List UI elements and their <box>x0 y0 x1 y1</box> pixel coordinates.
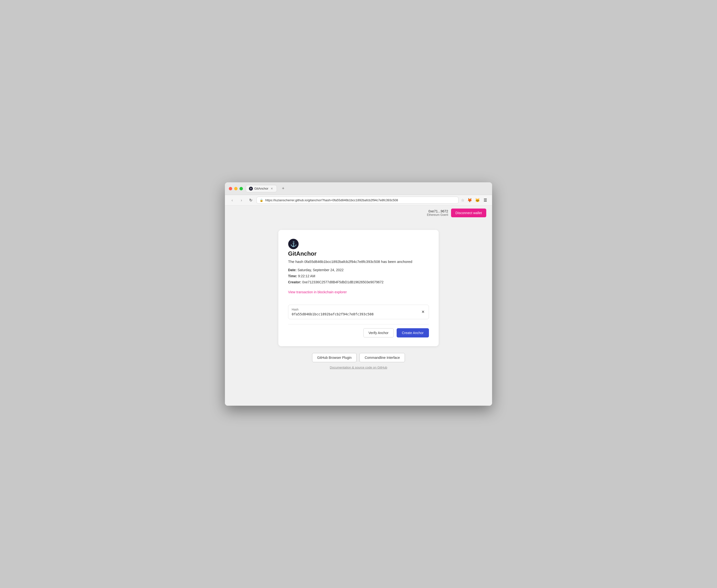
verify-anchor-button[interactable]: Verify Anchor <box>363 328 394 337</box>
browser-tab[interactable]: ⚙ GitAnchor ✕ <box>246 185 277 192</box>
bookmark-icon[interactable]: ☆ <box>461 198 465 203</box>
tab-favicon: ⚙ <box>249 187 253 191</box>
hash-input-container: Hash 0fa55d846b1bcc1892bafcb2f94c7e8fc39… <box>288 305 429 319</box>
back-button[interactable]: ‹ <box>229 197 235 204</box>
create-anchor-button[interactable]: Create Anchor <box>397 328 429 337</box>
creator-label: Creator: <box>288 280 301 284</box>
tab-close-button[interactable]: ✕ <box>270 187 274 191</box>
wallet-network: Ethereum Goerli <box>427 213 448 216</box>
view-transaction-link[interactable]: View transaction in blockchain explorer <box>288 290 347 294</box>
maximize-button[interactable] <box>240 187 243 190</box>
anchored-message: The hash 0fa55d846b1bcc1892bafcb2f94c7e8… <box>288 259 429 264</box>
extensions-area: 🦊 🐱 ☰ <box>467 197 488 203</box>
creator-value: 0xe712336C2577d8B4F5dbD1dB19626503e90796… <box>302 280 384 284</box>
metamask-icon[interactable]: 🦊 <box>467 197 473 203</box>
svg-text:⚓: ⚓ <box>290 241 297 247</box>
wallet-bar: 0xe71...9672 Ethereum Goerli Disconnect … <box>225 206 492 220</box>
anchor-card: ⚓ GitAnchor The hash 0fa55d846b1bcc1892b… <box>278 230 439 346</box>
wallet-info: 0xe71...9672 Ethereum Goerli <box>427 209 448 216</box>
hash-label: Hash <box>292 308 425 311</box>
traffic-lights <box>229 187 243 190</box>
new-tab-button[interactable]: + <box>280 185 287 192</box>
address-bar[interactable]: 🔒 https://luzianscherrer.github.io/gitan… <box>257 197 458 204</box>
anchor-details: Date: Saturday, September 24, 2022 Time:… <box>288 267 429 286</box>
card-actions: Verify Anchor Create Anchor <box>288 328 429 337</box>
forward-button[interactable]: › <box>238 197 245 204</box>
close-button[interactable] <box>229 187 232 190</box>
gitanchor-logo: ⚓ <box>288 239 429 250</box>
divider <box>288 324 429 324</box>
hash-input-value: 0fa55d846b1bcc1892bafcb2f94c7e8fc393c508 <box>292 312 425 316</box>
footer-links: GitHub Browser Plugin Commandline Interf… <box>312 353 405 362</box>
disconnect-wallet-button[interactable]: Disconnect wallet <box>451 209 486 217</box>
documentation-link[interactable]: Documentation & source code on GitHub <box>330 365 387 369</box>
card-title: GitAnchor <box>288 250 429 257</box>
browser-window: ⚙ GitAnchor ✕ + ‹ › ↻ 🔒 https://luziansc… <box>225 182 492 406</box>
url-text: https://luzianscherrer.github.io/gitanch… <box>265 198 455 202</box>
reload-button[interactable]: ↻ <box>247 197 254 204</box>
lock-icon: 🔒 <box>260 198 263 202</box>
title-bar: ⚙ GitAnchor ✕ + <box>225 182 492 195</box>
minimize-button[interactable] <box>234 187 238 190</box>
tab-label: GitAnchor <box>254 187 268 190</box>
hash-clear-button[interactable]: ✕ <box>420 309 426 315</box>
nav-bar: ‹ › ↻ 🔒 https://luzianscherrer.github.io… <box>225 195 492 206</box>
extension-icon[interactable]: 🐱 <box>475 197 480 203</box>
date-value: Saturday, September 24, 2022 <box>298 268 344 272</box>
page-content: ⚓ GitAnchor The hash 0fa55d846b1bcc1892b… <box>225 220 492 406</box>
time-label: Time: <box>288 274 297 278</box>
github-plugin-button[interactable]: GitHub Browser Plugin <box>312 353 357 362</box>
date-label: Date: <box>288 268 296 272</box>
cli-button[interactable]: Commandline Interface <box>360 353 405 362</box>
wallet-address: 0xe71...9672 <box>427 209 448 213</box>
menu-icon[interactable]: ☰ <box>483 197 488 203</box>
time-value: 9:22:12 AM <box>298 274 315 278</box>
